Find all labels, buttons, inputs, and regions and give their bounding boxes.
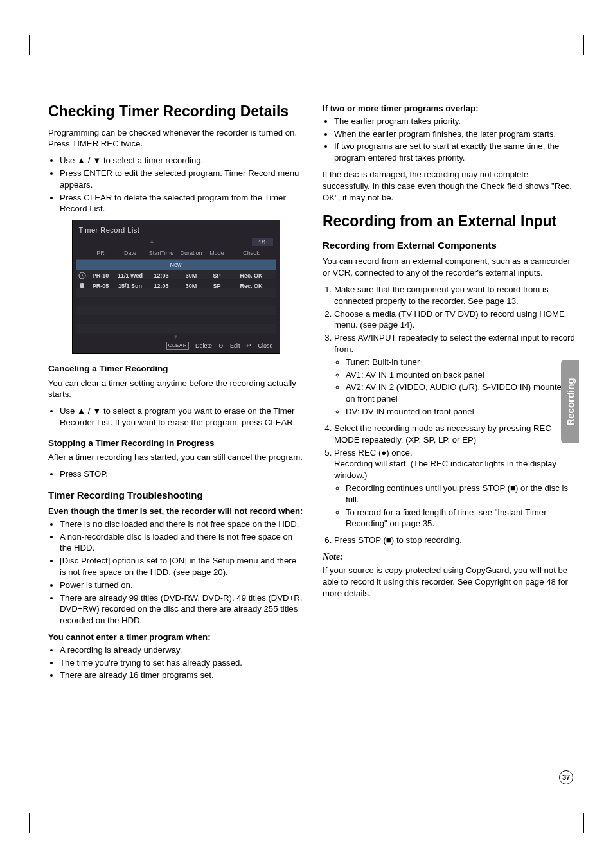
heading-stop: Stopping a Timer Recording in Progress bbox=[48, 438, 303, 449]
heading-check-timer: Checking Timer Recording Details bbox=[48, 103, 303, 121]
heading-troubleshooting: Timer Recording Troubleshooting bbox=[48, 489, 303, 502]
list-item: If two programs are set to start at exac… bbox=[334, 141, 578, 164]
hand-icon bbox=[76, 282, 88, 290]
manual-page: Checking Timer Recording Details Program… bbox=[0, 0, 613, 868]
step-3-list: Tuner: Built-in tuner AV1: AV IN 1 mount… bbox=[334, 357, 578, 418]
list-item: When the earlier program finishes, the l… bbox=[334, 128, 578, 140]
list-item: There is no disc loaded and there is not… bbox=[60, 518, 303, 530]
enter-icon: ⊙ bbox=[218, 342, 224, 350]
list-item: AV1: AV IN 1 mounted on back panel bbox=[346, 369, 578, 381]
intro-text: Programming can be checked whenever the … bbox=[48, 127, 303, 150]
crop-mark bbox=[29, 813, 30, 833]
overlap-note: If the disc is damaged, the recording ma… bbox=[323, 169, 578, 203]
list-item: Use ▲ / ▼ to select a timer recording. bbox=[60, 155, 303, 166]
list-item: Use ▲ / ▼ to select a program you want t… bbox=[60, 405, 303, 429]
step-3: Press AV/INPUT repeatedly to select the … bbox=[334, 332, 578, 418]
col-pr: PR bbox=[88, 249, 114, 257]
trl-topbar: ▲ 1/1 bbox=[76, 238, 276, 247]
overlap-list: The earlier program takes priority. When… bbox=[323, 116, 578, 164]
intro-list: Use ▲ / ▼ to select a timer recording. P… bbox=[48, 155, 303, 215]
tt-list2: A recording is already underway. The tim… bbox=[48, 644, 303, 681]
cancel-text: You can clear a timer setting anytime be… bbox=[48, 378, 303, 401]
step-2: Choose a media (TV HDD or TV DVD) to rec… bbox=[334, 308, 578, 332]
crop-mark bbox=[10, 813, 29, 813]
stop-text: After a timer recording has started, you… bbox=[48, 452, 303, 463]
table-row: PR-10 11/1 Wed 12:03 30M SP Rec. OK bbox=[76, 270, 276, 281]
list-item: To record for a fixed length of time, se… bbox=[346, 507, 578, 530]
delete-label: Delete bbox=[195, 342, 212, 350]
cancel-list: Use ▲ / ▼ to select a program you want t… bbox=[48, 405, 303, 429]
list-item: A non-recordable disc is loaded and ther… bbox=[60, 531, 303, 554]
edit-label: Edit bbox=[230, 342, 240, 350]
list-item: Tuner: Built-in tuner bbox=[346, 357, 578, 368]
section-tab-label: Recording bbox=[565, 378, 576, 425]
list-item: The time you're trying to set has alread… bbox=[60, 657, 303, 669]
trl-new-row: New bbox=[76, 260, 276, 269]
note-label: Note: bbox=[323, 551, 578, 563]
heading-cancel: Canceling a Timer Recording bbox=[48, 363, 303, 375]
list-item: There are already 16 timer programs set. bbox=[60, 669, 303, 681]
list-item: Press CLEAR to delete the selected progr… bbox=[60, 192, 303, 215]
list-item: [Disc Protect] option is set to [ON] in … bbox=[60, 555, 303, 578]
list-item: A recording is already underway. bbox=[60, 644, 303, 656]
step-1: Make sure that the component you want to… bbox=[334, 284, 578, 307]
list-item: DV: DV IN mounted on front panel bbox=[346, 406, 578, 418]
overlap-heading: If two or more timer programs overlap: bbox=[323, 103, 578, 114]
ext-steps: Make sure that the component you want to… bbox=[323, 284, 578, 546]
heading-external: Recording from an External Input bbox=[323, 213, 578, 231]
step-5-list: Recording continues until you press STOP… bbox=[334, 483, 578, 529]
return-icon: ↩ bbox=[246, 342, 251, 350]
col-start: StartTime bbox=[147, 249, 176, 257]
close-label: Close bbox=[258, 342, 272, 350]
clock-icon bbox=[76, 272, 88, 279]
list-item: Press ENTER to edit the selected program… bbox=[60, 168, 303, 191]
right-column: If two or more timer programs overlap: T… bbox=[323, 103, 578, 686]
list-item: Power is turned on. bbox=[60, 580, 303, 591]
trl-header-row: PR Date StartTime Duration Mode Check bbox=[76, 247, 276, 260]
tt-list1: There is no disc loaded and there is not… bbox=[48, 518, 303, 626]
step-5: Press REC (●) once. Recording will start… bbox=[334, 447, 578, 530]
col-date: Date bbox=[114, 249, 147, 257]
trl-footer: CLEAR Delete ⊙ Edit ↩ Close bbox=[76, 340, 276, 350]
crop-mark bbox=[583, 35, 584, 55]
page-number: 37 bbox=[559, 770, 573, 784]
scroll-up-icon: ▲ bbox=[150, 238, 155, 246]
crop-mark bbox=[583, 813, 584, 833]
heading-ext-components: Recording from External Components bbox=[323, 239, 578, 252]
step-4: Select the recording mode as necessary b… bbox=[334, 423, 578, 446]
table-row: PR-05 15/1 Sun 12:03 30M SP Rec. OK bbox=[76, 281, 276, 291]
timer-record-list-screenshot: Timer Record List ▲ 1/1 PR Date StartTim… bbox=[72, 220, 280, 354]
trl-title: Timer Record List bbox=[79, 226, 273, 235]
tt-cond2: You cannot enter a timer program when: bbox=[48, 632, 303, 643]
trl-page-indicator: 1/1 bbox=[252, 238, 273, 246]
crop-mark bbox=[29, 35, 30, 55]
col-mode: Mode bbox=[207, 249, 227, 257]
crop-mark bbox=[10, 55, 29, 55]
trl-body: PR-10 11/1 Wed 12:03 30M SP Rec. OK PR-0… bbox=[76, 270, 276, 335]
col-check: Check bbox=[227, 249, 276, 257]
ext-intro: You can record from an external componen… bbox=[323, 256, 578, 279]
col-duration: Duration bbox=[176, 249, 207, 257]
step-6: Press STOP (■) to stop recording. bbox=[334, 535, 578, 546]
list-item: Press STOP. bbox=[60, 468, 303, 480]
stop-list: Press STOP. bbox=[48, 468, 303, 480]
list-item: The earlier program takes priority. bbox=[334, 116, 578, 127]
scroll-down-icon: ▼ bbox=[76, 335, 276, 340]
left-column: Checking Timer Recording Details Program… bbox=[48, 103, 303, 686]
note-text: If your source is copy-protected using C… bbox=[323, 565, 578, 599]
clear-tag: CLEAR bbox=[166, 342, 189, 350]
list-item: There are already 99 titles (DVD-RW, DVD… bbox=[60, 592, 303, 626]
tt-cond1: Even though the timer is set, the record… bbox=[48, 506, 303, 517]
list-item: Recording continues until you press STOP… bbox=[346, 483, 578, 506]
section-tab: Recording bbox=[561, 360, 579, 443]
list-item: AV2: AV IN 2 (VIDEO, AUDIO (L/R), S-VIDE… bbox=[346, 382, 578, 405]
